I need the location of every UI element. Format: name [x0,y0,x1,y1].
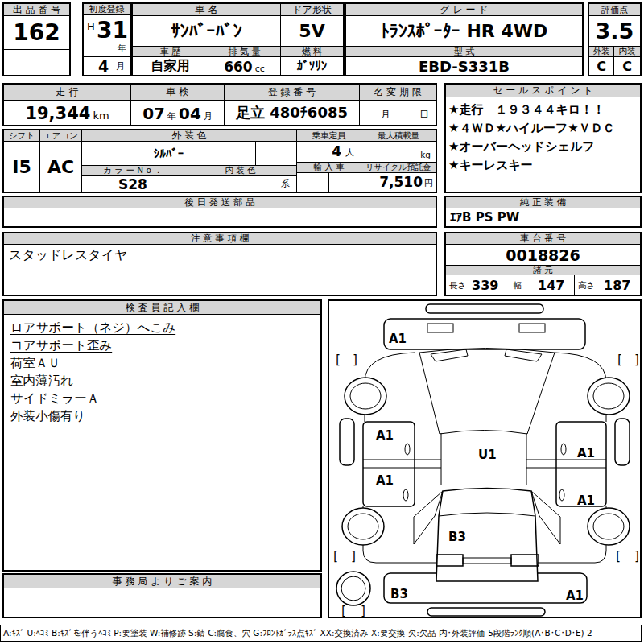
capacity-unit: 人 [345,147,354,159]
shift-header: シフト [4,130,40,142]
mileage-table: 走 行 車 検 登 録 番 号 名 変 期 限 19,344 km 07 年 0… [2,83,437,126]
shaken-month-unit: 月 [204,110,213,122]
car-name-header: 車 名 [133,4,281,16]
month-unit: 月 [116,60,125,72]
sales-points-header: セ ー ル ス ポ イ ン ト [446,85,640,97]
inspector-line: コアサポート歪み [10,336,314,354]
sales-points-panel: セ ー ル ス ポ イ ン ト ★走行 １９３４４キロ！！ ★４ＷＤ★ハイルーフ… [444,83,642,193]
displacement-unit: cc [255,64,265,74]
inspector-line: 室内薄汚れ [10,372,314,390]
auction-sheet: 出 品 番 号 162 初度登録 H 31 年 4 月 車 名 ドア形状 ｻﾝﾊ… [0,0,644,644]
year-unit: 年 [118,43,126,55]
left-front-door-damage-label: A1 [376,428,394,443]
exterior-color-header: 外 装 色 [82,130,297,142]
sales-point-line: ★４ＷＤ★ハイルーフ★ＶＤＣ [448,119,638,138]
length-label: 長さ [449,280,466,291]
left-door-divider [363,460,441,468]
model-code-value: EBD-S331B [346,57,582,75]
caution-panel: 注 意 事 項 欄 スタッドレスタイヤ [2,232,437,296]
score-header: 評価点 [589,4,640,16]
exterior-grade-value: C [589,57,614,75]
registration-number-value: 足立 480ﾁ6085 [225,101,360,125]
damage-diagram-panel: A1 U1 [328,299,642,618]
equipment-panel: 純 正 装 備 ｴｱB PS PW [444,196,642,228]
recycle-deposit-value: 7,510 [379,174,423,190]
car-history-header: 車 歴 [133,47,208,57]
front-grille-right [519,324,545,332]
mileage-value: 19,344 [25,104,90,123]
equipment-value: ｴｱB PS PW [446,208,640,226]
displacement-cell: 660 cc [208,57,281,75]
right-door-divider [526,460,606,468]
displacement-value: 660 [224,59,253,75]
height-value: 187 [604,278,630,293]
wiper-right [505,349,542,361]
sales-point-line: ★オーバーヘッドシェルフ [448,138,638,156]
first-registration-header: 初度登録 [84,4,130,15]
right-rear-door-handle [559,489,564,501]
fuel-header: 燃 料 [281,47,343,57]
sales-point-line: ★キーレスキー [448,156,638,175]
left-front-door-handle [405,444,410,455]
exterior-color-value: ｼﾙﾊﾞｰ [82,142,256,166]
rename-limit-header: 名 変 期 限 [360,85,436,101]
caution-value: スタッドレスタイヤ [4,245,436,295]
exterior-color-sub-cell [256,142,297,166]
right-mirror-bracket-close: ] [634,353,640,367]
roof-damage-label: U1 [478,448,497,462]
door-shape-header: ドア形状 [281,4,343,16]
mid-right-bracket-open: [ [614,549,621,564]
shaken-month: 04 [179,104,201,123]
right-rear-wheel [588,508,630,545]
left-sill-strip [340,419,354,465]
front-grille-left [427,324,453,332]
chassis-number-value: 0018826 [446,245,640,266]
legend-text: A:ｷｽﾞ U:ﾍｺﾐ B:ｷｽﾞを伴うﾍｺﾐ P:要塗装 W:補修跡 S:錆 … [1,625,641,639]
rear-bumper-left-damage-label: B3 [390,587,408,601]
inspector-panel: 検 査 員 記 入 欄 ロアサポート（ネジ）へこみ コアサポート歪み 荷室ＡＵ … [2,299,322,572]
legend-bar: A:ｷｽﾞ U:ﾍｺﾐ B:ｷｽﾞを伴うﾍｺﾐ P:要塗装 W:補修跡 S:錆 … [0,625,642,642]
windshield-side-right [527,353,555,434]
rename-day-unit: 日 [419,108,429,122]
chassis-panel: 車 台 番 号 0018826 諸 元 長さ 339 幅 147 高さ 187 [444,232,642,296]
auction-number-empty-cell [4,50,69,75]
exterior-grade-header: 外装 [589,47,614,57]
left-front-wheel [345,378,386,415]
door-shape-value: 5V [281,16,343,47]
front-bumper-top-strip [426,304,543,313]
displacement-header: 排 気 量 [208,47,281,57]
first-registration-month-cell: 4 月 [84,57,130,75]
equipment-header: 純 正 装 備 [446,197,640,208]
right-front-wheel [588,378,630,415]
mid-left-bracket-open: [ [332,549,339,564]
inspector-body: ロアサポート（ネジ）へこみ コアサポート歪み 荷室ＡＵ 室内薄汚れ サイドミラー… [4,315,320,570]
windshield-side-left [419,353,440,434]
capacity-value: 4 [332,143,341,159]
rear-glass-damage-label: B3 [448,530,466,544]
mileage-unit: km [93,109,109,122]
auction-number-value: 162 [4,16,69,50]
dimension-length-cell: 長さ 339 [446,275,510,295]
left-mirror-bracket-open: [ [334,353,341,367]
width-label: 幅 [514,280,522,291]
spec-table: シフト I5 エアコン AC 外 装 色 ｼﾙﾊﾞｰ カ ラ ー N o ． 内… [2,129,437,193]
model-code-header: 型 式 [346,47,582,57]
grade-table: グ レ ー ド ﾄﾗﾝｽﾎﾟｰﾀｰ HR 4WD 型 式 EBD-S331B [345,2,584,76]
shaken-year-unit: 年 [167,110,176,122]
right-front-door-handle [561,444,566,455]
capacity-header: 乗車定員 [297,130,361,142]
era-mark: H [87,20,95,32]
wiper-left [431,349,468,361]
office-notice-header: 事 務 局 よ り ご 案 内 [4,575,320,588]
inspector-header: 検 査 員 記 入 欄 [4,301,320,315]
max-load-unit: kg [420,150,431,159]
car-history-value: 自家用 [133,57,208,75]
dimension-height-cell: 高さ 187 [575,275,640,295]
max-load-header: 最大積載量 [361,130,436,142]
registration-number-header: 登 録 番 号 [225,85,360,101]
inspector-line: ロアサポート（ネジ）へこみ [10,319,314,336]
import-cell-left [297,173,329,192]
max-load-cell: kg [361,142,436,163]
score-table: 評価点 3.5 外装 内装 C C [588,2,642,76]
height-label: 高さ [578,280,595,291]
